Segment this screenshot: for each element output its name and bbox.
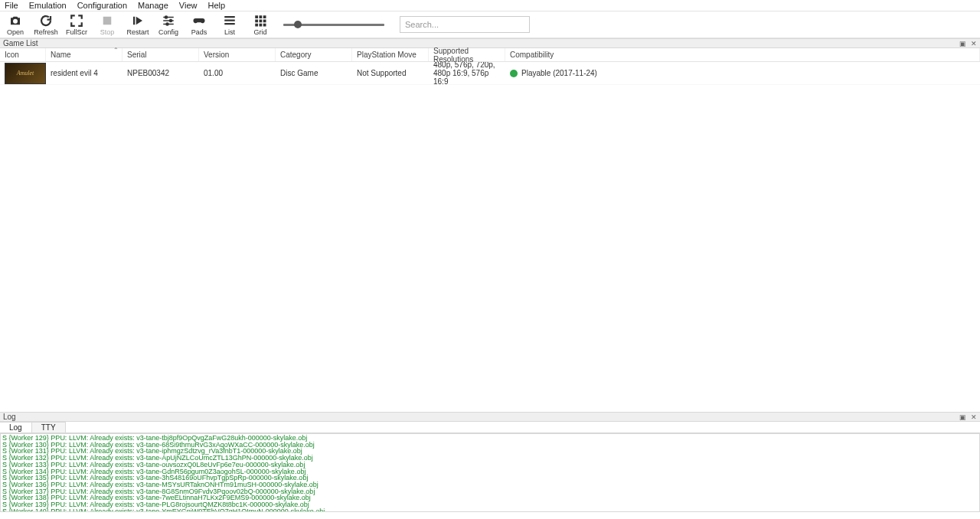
- svg-rect-20: [263, 23, 266, 26]
- restart-button[interactable]: Restart: [124, 12, 152, 38]
- col-icon[interactable]: Icon: [0, 48, 46, 61]
- svg-point-0: [13, 18, 18, 23]
- menu-manage[interactable]: Manage: [138, 1, 168, 10]
- fullscreen-icon: [70, 14, 83, 28]
- gamepad-icon: [192, 14, 206, 28]
- cell-category: Disc Game: [276, 69, 352, 77]
- table-row[interactable]: Amulet resident evil 4 NPEB00342 01.00 D…: [0, 62, 980, 85]
- search-input[interactable]: Search...: [400, 16, 530, 33]
- pads-label: Pads: [191, 28, 207, 36]
- cell-version: 01.00: [199, 69, 276, 77]
- svg-rect-2: [133, 16, 135, 24]
- fullscreen-button[interactable]: FullScr: [63, 12, 90, 38]
- refresh-label: Refresh: [34, 28, 58, 36]
- panel-close-button[interactable]: ✕: [971, 40, 977, 47]
- menu-view[interactable]: View: [179, 1, 198, 10]
- col-resolutions[interactable]: Supported Resolutions: [429, 48, 505, 61]
- svg-rect-17: [263, 19, 266, 22]
- stop-icon: [100, 14, 114, 28]
- list-icon: [223, 14, 237, 28]
- col-version[interactable]: Version: [199, 48, 276, 61]
- config-label: Config: [158, 28, 178, 36]
- game-thumbnail: Amulet: [5, 63, 46, 84]
- column-header-row: Icon Name⌃ Serial Version Category PlayS…: [0, 48, 980, 62]
- svg-rect-10: [224, 19, 235, 21]
- svg-point-8: [166, 23, 168, 25]
- log-output[interactable]: S {Worker 129} PPU: LLVM: Already exists…: [0, 433, 980, 512]
- game-list-area: Amulet resident evil 4 NPEB00342 01.00 D…: [0, 62, 980, 412]
- svg-rect-9: [224, 16, 235, 18]
- svg-point-7: [170, 19, 172, 21]
- cell-compatibility: Playable (2017-11-24): [505, 69, 980, 77]
- stop-label: Stop: [100, 28, 115, 36]
- cell-move: Not Supported: [352, 69, 429, 77]
- toolbar: Open Refresh FullScr Stop Restart Config…: [0, 11, 980, 38]
- sliders-icon: [162, 14, 175, 28]
- svg-rect-16: [260, 19, 263, 22]
- svg-rect-18: [255, 23, 258, 26]
- cell-serial: NPEB00342: [122, 69, 199, 77]
- slider-thumb[interactable]: [294, 21, 302, 28]
- svg-rect-11: [224, 23, 235, 24]
- icon-size-slider[interactable]: [283, 24, 384, 26]
- menu-help[interactable]: Help: [208, 1, 226, 10]
- log-tabs: Log TTY: [0, 422, 980, 433]
- menu-emulation[interactable]: Emulation: [29, 1, 67, 10]
- sort-indicator-icon: ⌃: [113, 47, 119, 54]
- col-serial[interactable]: Serial: [122, 48, 199, 61]
- list-button[interactable]: List: [216, 12, 243, 38]
- open-label: Open: [7, 28, 24, 36]
- menubar: File Emulation Configuration Manage View…: [0, 0, 980, 11]
- grid-label: Grid: [253, 28, 266, 36]
- log-float-button[interactable]: ▣: [959, 413, 966, 421]
- col-category[interactable]: Category: [276, 48, 352, 61]
- stop-button: Stop: [93, 12, 121, 38]
- svg-rect-13: [260, 15, 263, 18]
- restart-label: Restart: [126, 28, 149, 36]
- log-line: S {Worker 140} PPU: LLVM: Already exists…: [2, 508, 978, 512]
- svg-rect-15: [255, 19, 258, 22]
- svg-rect-1: [103, 16, 112, 24]
- refresh-button[interactable]: Refresh: [32, 12, 60, 38]
- restart-icon: [131, 14, 145, 28]
- col-name[interactable]: Name⌃: [46, 48, 122, 61]
- tab-tty[interactable]: TTY: [32, 422, 66, 432]
- status-dot-icon: [510, 70, 518, 77]
- svg-rect-19: [260, 23, 263, 26]
- config-button[interactable]: Config: [155, 12, 182, 38]
- log-panel-header: Log ▣ ✕: [0, 412, 980, 422]
- pads-button[interactable]: Pads: [185, 12, 213, 38]
- camera-icon: [8, 14, 22, 28]
- col-move[interactable]: PlayStation Move: [352, 48, 429, 61]
- log-title: Log: [3, 413, 16, 421]
- svg-point-6: [165, 16, 168, 18]
- search-placeholder: Search...: [405, 20, 439, 29]
- fullscreen-label: FullScr: [66, 28, 87, 36]
- panel-float-button[interactable]: ▣: [959, 40, 966, 47]
- grid-icon: [253, 14, 267, 28]
- grid-button[interactable]: Grid: [247, 12, 274, 38]
- menu-configuration[interactable]: Configuration: [77, 1, 127, 10]
- cell-resolutions: 480p, 576p, 720p, 480p 16:9, 576p 16:9: [429, 62, 505, 86]
- col-compatibility[interactable]: Compatibility: [505, 48, 980, 61]
- open-button[interactable]: Open: [2, 12, 29, 38]
- menu-file[interactable]: File: [5, 1, 18, 10]
- svg-rect-14: [263, 15, 266, 18]
- refresh-icon: [39, 14, 53, 28]
- tab-log[interactable]: Log: [0, 422, 32, 432]
- game-list-title: Game List: [3, 39, 38, 47]
- svg-rect-12: [255, 15, 258, 18]
- list-label: List: [224, 28, 235, 36]
- log-close-button[interactable]: ✕: [971, 413, 977, 421]
- cell-name: resident evil 4: [46, 69, 122, 77]
